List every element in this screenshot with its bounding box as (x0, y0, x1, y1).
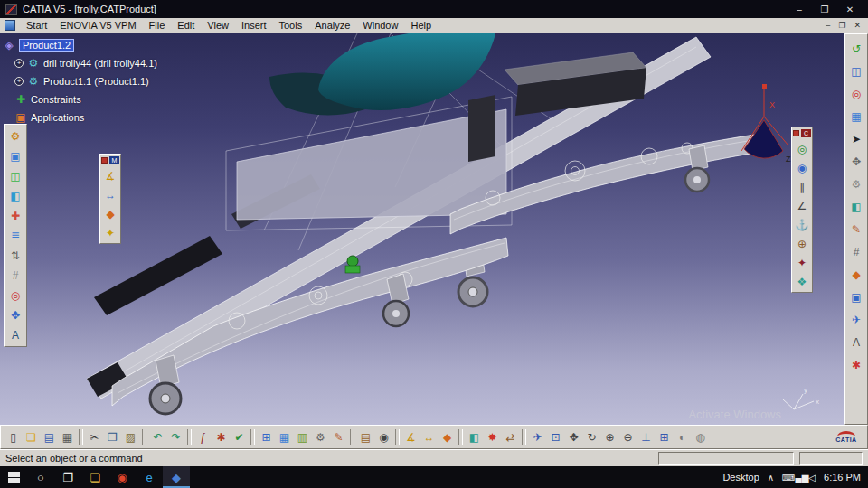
menu-edit[interactable]: Edit (171, 20, 201, 31)
menu-start[interactable]: Start (20, 20, 53, 31)
edge-button[interactable]: e (136, 466, 163, 488)
menu-enovia-v5-vpm[interactable]: ENOVIA V5 VPM (53, 20, 142, 31)
command-field[interactable] (658, 452, 794, 465)
camera-icon[interactable]: ◉ (375, 428, 392, 446)
update-icon[interactable]: ↺ (848, 40, 865, 57)
new-product-icon[interactable]: ◫ (7, 167, 24, 184)
annotate-icon[interactable]: ✎ (848, 221, 865, 238)
maximize-button[interactable]: ❐ (812, 1, 837, 17)
inertia-icon[interactable]: ◆ (848, 266, 865, 283)
split-icon[interactable]: ◧ (848, 198, 865, 215)
desktop-label[interactable]: Desktop (722, 472, 759, 483)
zoom-in-icon[interactable]: ⊕ (601, 428, 618, 446)
numbering-icon[interactable]: # (7, 267, 24, 284)
window-layout-icon[interactable]: ◫ (848, 62, 865, 80)
chart-icon[interactable]: ▥ (294, 428, 311, 446)
fly-mode-icon[interactable]: ✈ (848, 311, 865, 328)
new-document-icon[interactable]: ▯ (5, 428, 22, 446)
volume-icon[interactable]: ◁ (808, 473, 816, 483)
offset-constraint-icon[interactable]: ∥ (794, 178, 811, 195)
select-arrow-icon[interactable]: ➤ (848, 130, 865, 147)
check-icon[interactable]: ✔ (231, 428, 248, 446)
text-icon[interactable]: A (848, 333, 865, 351)
graph-tree-icon[interactable]: ≣ (7, 227, 24, 244)
menu-file[interactable]: File (143, 20, 172, 31)
menu-view[interactable]: View (201, 20, 235, 31)
clash-icon[interactable]: ✸ (484, 428, 501, 446)
smart-move-icon[interactable]: ✥ (7, 306, 24, 324)
hide-show-icon[interactable]: ◍ (692, 428, 709, 446)
pen-icon[interactable]: ✎ (330, 428, 347, 446)
document-icon[interactable] (5, 20, 15, 31)
gears-icon[interactable]: ⚙ (312, 428, 329, 446)
open-icon[interactable]: ❏ (23, 428, 40, 446)
redo-icon[interactable]: ↷ (167, 428, 184, 446)
mdi-restore-button[interactable]: ❐ (838, 21, 845, 30)
fit-all-icon[interactable]: ⊡ (547, 428, 564, 446)
fx-icon[interactable]: ƒ (194, 428, 212, 446)
undo-icon[interactable]: ↶ (149, 428, 166, 446)
mdi-close-button[interactable]: ✕ (854, 21, 861, 30)
reorder-icon[interactable]: ⇅ (7, 247, 24, 264)
grid-snap-icon[interactable]: ▦ (848, 108, 865, 125)
cortana-button[interactable]: ○ (27, 466, 54, 488)
close-icon[interactable] (793, 130, 799, 136)
measure-palette-header[interactable]: M (100, 155, 120, 165)
sectioning-icon[interactable]: ◧ (466, 428, 483, 446)
inertia-icon[interactable]: ◆ (439, 428, 456, 446)
hash-icon[interactable]: # (848, 243, 865, 260)
secondary-field[interactable] (799, 452, 863, 465)
zoom-out-icon[interactable]: ⊖ (619, 428, 637, 446)
measure-inertia-icon[interactable]: ◆ (102, 205, 119, 222)
flexible-rigid-icon[interactable]: ❖ (794, 273, 811, 290)
keyboard-icon[interactable]: ⌨ (782, 473, 795, 483)
tree-item-product1-1[interactable]: + ⚙ Product1.1 (Product1.1) (14, 72, 157, 90)
menu-analyze[interactable]: Analyze (308, 20, 356, 31)
fly-icon[interactable]: ✈ (529, 428, 546, 446)
tray-chevron-icon[interactable]: ∧ (768, 473, 774, 483)
fix-together-icon[interactable]: ⊕ (794, 235, 811, 252)
tree-item-product1-2[interactable]: + ◈ Product1.2 (3, 36, 157, 54)
cut-icon[interactable]: ✂ (86, 428, 103, 446)
rotate-icon[interactable]: ↻ (583, 428, 600, 446)
expand-icon[interactable]: + (14, 77, 24, 86)
print-icon[interactable]: ▦ (59, 428, 76, 446)
save-icon[interactable]: ▤ (41, 428, 58, 446)
multi-view-icon[interactable]: ⊞ (656, 428, 673, 446)
taskbar-clock[interactable]: 6:16 PM (824, 472, 861, 483)
paste-icon[interactable]: ▨ (122, 428, 139, 446)
frame-icon[interactable]: ▣ (848, 288, 865, 305)
catia-taskbar-button[interactable]: ◆ (163, 466, 190, 488)
start-button[interactable] (0, 466, 27, 488)
compass[interactable]: X Z (741, 84, 791, 164)
target-icon[interactable]: ◎ (848, 85, 865, 102)
angle-constraint-icon[interactable]: ∠ (794, 197, 811, 214)
burst-icon[interactable]: ✱ (848, 356, 865, 373)
contact-constraint-icon[interactable]: ◉ (794, 159, 811, 176)
expand-icon[interactable]: + (14, 59, 24, 68)
shading-icon[interactable]: ◐ (674, 428, 691, 446)
swap-icon[interactable]: ⇄ (502, 428, 519, 446)
measure-item-icon[interactable]: ∡ (102, 167, 119, 184)
fastened-constraint-icon[interactable]: ✚ (7, 207, 24, 224)
viewport-3d[interactable]: X Z x y + ◈ Product1.2 + (0, 33, 844, 425)
new-component-icon[interactable]: ▣ (7, 147, 24, 164)
quick-constraint-icon[interactable]: ✦ (794, 254, 811, 271)
network-icon[interactable]: ▄▆ (796, 473, 809, 483)
task-view-button[interactable]: ❐ (54, 466, 81, 488)
shoe-model[interactable] (269, 33, 495, 116)
new-part-icon[interactable]: ◧ (7, 187, 24, 204)
annotation-icon[interactable]: A (7, 326, 24, 343)
star-icon[interactable]: ✦ (102, 224, 119, 241)
coincidence-constraint-icon[interactable]: ◎ (794, 140, 811, 157)
browser-red-button[interactable]: ◉ (108, 466, 136, 488)
measure-between-icon[interactable]: ↔ (420, 428, 438, 446)
tree-item-applications[interactable]: + ▣ Applications (14, 108, 157, 127)
menu-insert[interactable]: Insert (235, 20, 273, 31)
tree-item-constraints[interactable]: + ✚ Constraints (14, 90, 157, 108)
menu-window[interactable]: Window (356, 20, 404, 31)
gear-icon[interactable]: ⚙ (848, 175, 865, 192)
anchor-constraint-icon[interactable]: ⚓ (794, 216, 811, 233)
constraints-palette-header[interactable]: C (792, 127, 812, 138)
gear-gold-icon[interactable]: ⚙ (7, 127, 24, 145)
